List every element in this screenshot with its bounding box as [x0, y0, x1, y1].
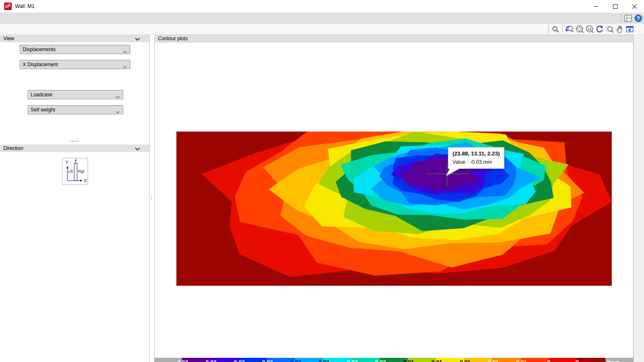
legend-segment [182, 358, 210, 362]
axis-x-label: X [84, 178, 87, 183]
chevron-down-icon [116, 94, 120, 100]
legend-segment [155, 358, 182, 362]
legend-segment [295, 358, 323, 362]
app-window: Wall: M1 [0, 0, 644, 362]
svg-text:x2: x2 [587, 27, 592, 31]
panel-layout-icon[interactable] [623, 13, 633, 23]
app-icon [4, 3, 12, 10]
pan-icon[interactable] [615, 24, 625, 34]
titlebar: Wall: M1 [0, 0, 644, 13]
chevron-down-icon [123, 64, 127, 70]
legend-segment [436, 358, 464, 362]
legend-segment [408, 358, 436, 362]
svg-text:?: ? [636, 16, 639, 21]
legend-segment [549, 358, 577, 362]
view-header-label: View [3, 36, 14, 41]
contour-pane: Contour plots -0.03-0.03-0.02-0.02-0.02-… [154, 35, 634, 362]
legend-segment [266, 358, 295, 362]
redraw-icon[interactable] [595, 24, 605, 34]
probe-tooltip-tail [445, 168, 462, 177]
chevron-down-icon [116, 109, 120, 115]
window-title: Wall: M1 [15, 3, 34, 9]
case-type-dropdown[interactable]: Loadcase [28, 90, 123, 99]
legend-segment [351, 358, 379, 362]
probe-coordinates: (23.88, 13.11, 2.23) [453, 150, 500, 157]
panel-splitter[interactable] [150, 193, 153, 204]
loadcase-value: Self weight [31, 107, 55, 113]
case-type-value: Loadcase [31, 92, 52, 98]
contour-plots-title: Contour plots [158, 36, 188, 41]
result-component-value: X Displacement [23, 62, 58, 67]
minimize-button[interactable] [586, 0, 605, 13]
fit-view-icon[interactable] [625, 24, 635, 34]
probe-value: Value : -0.03 mm [453, 159, 500, 165]
loadcase-dropdown[interactable]: Self weight [28, 105, 123, 114]
direction-widget: Y X Lft Rgt [62, 158, 88, 185]
legend-segment [238, 358, 266, 362]
search-icon[interactable] [551, 24, 561, 34]
section-header-direction[interactable]: Direction [0, 145, 149, 152]
chevron-down-icon [135, 146, 140, 152]
result-component-dropdown[interactable]: X Displacement [20, 60, 130, 69]
toolbar-separator [562, 25, 563, 34]
sidebar: View Displacements X Displacement Loadca… [0, 35, 150, 362]
chevron-down-icon [123, 49, 127, 54]
close-button[interactable] [625, 0, 644, 13]
legend-segment [323, 358, 351, 362]
probe-tooltip: (23.88, 13.11, 2.23) Value : -0.03 mm [448, 147, 504, 169]
chevron-down-icon [135, 36, 140, 42]
section-header-view[interactable]: View [0, 35, 149, 42]
panel-resize-handle[interactable]: •••• [0, 140, 149, 143]
legend-segment [605, 358, 634, 362]
zoom-window-icon[interactable] [605, 24, 615, 34]
result-type-value: Displacements [23, 47, 56, 52]
toolbar-zoom: x2 [0, 23, 644, 35]
legend-segment [492, 358, 520, 362]
legend-segment [521, 358, 549, 362]
zoom-x2-icon[interactable]: x2 [585, 24, 595, 34]
right-gutter [634, 35, 644, 362]
toolbar-top: ? [0, 13, 644, 23]
direction-header-label: Direction [3, 145, 23, 151]
maximize-button[interactable] [605, 0, 625, 13]
toolbar-separator [548, 25, 549, 34]
toolbar-separator [621, 14, 621, 22]
zoom-extents-icon[interactable] [575, 24, 585, 34]
result-type-dropdown[interactable]: Displacements [20, 45, 130, 54]
help-icon[interactable]: ? [634, 13, 643, 23]
contour-plots-header: Contour plots [154, 35, 634, 42]
right-face-label: Rgt [78, 169, 84, 173]
axis-y-label: Y [65, 160, 69, 165]
legend-segment [577, 358, 605, 362]
legend-colorbar [155, 358, 634, 362]
legend-segment [210, 358, 238, 362]
legend-segment [380, 358, 408, 362]
contour-plot[interactable] [176, 132, 612, 286]
legend-segment [464, 358, 492, 362]
zoom-previous-icon[interactable] [565, 24, 574, 34]
plot-canvas[interactable]: -0.03-0.03-0.02-0.02-0.02-0.02-0.02-0.02… [154, 42, 634, 362]
left-face-label: Lft [68, 169, 73, 173]
